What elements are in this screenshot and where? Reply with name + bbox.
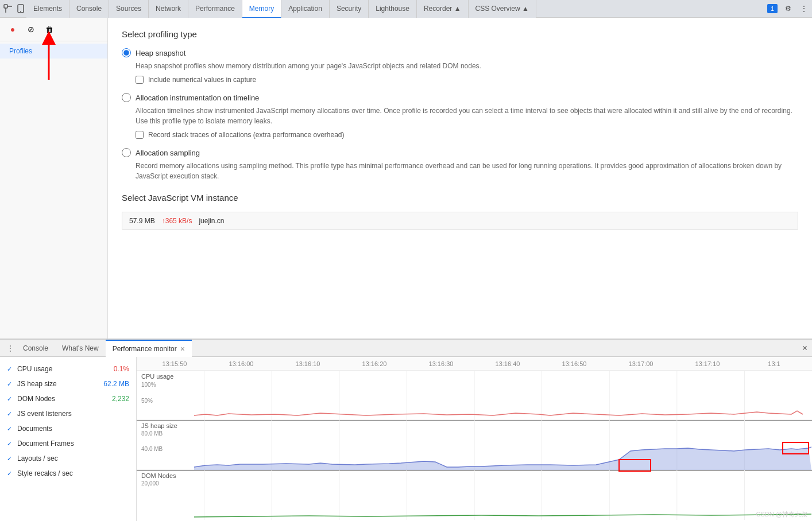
timeline-label: 13:16:50 [541, 360, 608, 367]
heap-snapshot-radio[interactable] [122, 48, 131, 57]
metric-item-0[interactable]: ✓CPU usage0.1% [0, 361, 136, 376]
include-numerical-text: Include numerical values in capture [148, 76, 256, 84]
mobile-icon[interactable] [15, 3, 26, 14]
allocation-timeline-label: Allocation instrumentation on timeline [136, 94, 259, 102]
metric-check-6: ✓ [7, 455, 14, 462]
metric-name-5: Document Frames [17, 440, 129, 448]
metric-name-4: Documents [17, 425, 129, 433]
svg-marker-27 [194, 448, 811, 470]
metric-item-2[interactable]: ✓DOM Nodes2,232 [0, 391, 136, 406]
perf-monitor: ✓CPU usage0.1%✓JS heap size62.2 MB✓DOM N… [0, 357, 812, 521]
svg-text:JS heap size: JS heap size [141, 422, 177, 429]
timeline-label: 13:16:40 [474, 360, 541, 367]
svg-text:50%: 50% [141, 398, 153, 404]
allocation-sampling-radio[interactable] [122, 148, 131, 157]
tab-sources[interactable]: Sources [109, 0, 149, 18]
include-numerical-label[interactable]: Include numerical values in capture [136, 76, 798, 84]
settings-icon[interactable]: ⚙ [782, 3, 794, 14]
tab-recorder-▲[interactable]: Recorder ▲ [417, 0, 469, 18]
metric-check-5: ✓ [7, 440, 14, 448]
allocation-timeline-radio[interactable] [122, 93, 131, 102]
vm-table: 57.9 MB ↑365 kB/s juejin.cn [122, 212, 798, 230]
metric-check-1: ✓ [7, 380, 14, 388]
timeline-label: 13:17:10 [674, 360, 741, 367]
svg-text:20,000: 20,000 [141, 480, 159, 487]
tab-security[interactable]: Security [330, 0, 369, 18]
tab-css-overview-▲[interactable]: CSS Overview ▲ [469, 0, 536, 18]
tab-performance[interactable]: Performance [188, 0, 242, 18]
timeline-label: 13:16:10 [274, 360, 341, 367]
metric-item-6[interactable]: ✓Layouts / sec [0, 451, 136, 466]
vm-size: 57.9 MB [129, 217, 155, 225]
timeline-label: 13:16:30 [408, 360, 474, 367]
heap-snapshot-option: Heap snapshot Heap snapshot profiles sho… [122, 48, 798, 84]
inspect-icon[interactable] [2, 3, 14, 14]
performance-monitor-tab[interactable]: Performance monitor × [106, 340, 192, 357]
metric-check-0: ✓ [7, 366, 14, 373]
more-icon[interactable]: ⋮ [798, 3, 810, 14]
svg-text:CPU usage: CPU usage [141, 373, 173, 380]
tab-elements[interactable]: Elements [26, 0, 69, 18]
metric-item-7[interactable]: ✓Style recalcs / sec [0, 466, 136, 481]
record-stack-checkbox[interactable] [136, 131, 144, 139]
bottom-tab-bar: ⋮ Console What's New Performance monitor… [0, 340, 812, 357]
tab-list: ElementsConsoleSourcesNetworkPerformance… [26, 0, 536, 18]
vm-name: juejin.cn [199, 217, 224, 225]
allocation-sampling-label: Allocation sampling [136, 149, 200, 157]
metric-name-6: Layouts / sec [17, 454, 129, 462]
allocation-timeline-option: Allocation instrumentation on timeline A… [122, 93, 798, 139]
allocation-timeline-radio-label[interactable]: Allocation instrumentation on timeline [122, 93, 798, 102]
timeline-label: 13:15:50 [141, 360, 208, 367]
bottom-panel: ⋮ Console What's New Performance monitor… [0, 339, 812, 521]
timeline-label: 13:1 [741, 360, 807, 367]
metric-item-5[interactable]: ✓Document Frames [0, 436, 136, 451]
heap-snapshot-desc: Heap snapshot profiles show memory distr… [136, 61, 798, 71]
vm-section-title: Select JavaScript VM instance [122, 193, 798, 203]
whats-new-tab-label: What's New [62, 344, 99, 352]
metric-value-1: 62.2 MB [103, 380, 129, 388]
allocation-timeline-desc: Allocation timelines show instrumented J… [136, 106, 798, 126]
heap-snapshot-radio-label[interactable]: Heap snapshot [122, 48, 798, 57]
svg-text:DOM Nodes: DOM Nodes [141, 472, 176, 479]
record-stack-text: Record stack traces of allocations (extr… [148, 131, 345, 139]
metric-value-0: 0.1% [114, 365, 129, 373]
tab-console[interactable]: Console [69, 0, 109, 18]
svg-text:100%: 100% [141, 382, 156, 388]
performance-monitor-tab-label: Performance monitor [113, 345, 177, 353]
watermark: CSDN @神奇大叔 [756, 510, 807, 519]
profiling-section-title: Select profiling type [122, 29, 798, 39]
metric-check-7: ✓ [7, 470, 14, 477]
metric-name-7: Style recalcs / sec [17, 469, 129, 477]
include-numerical-checkbox[interactable] [136, 76, 144, 84]
metric-check-4: ✓ [7, 425, 14, 433]
close-tab-icon[interactable]: × [180, 344, 185, 353]
tab-lighthouse[interactable]: Lighthouse [369, 0, 417, 18]
heap-snapshot-label: Heap snapshot [136, 49, 185, 57]
tab-bar: ElementsConsoleSourcesNetworkPerformance… [0, 0, 812, 18]
record-button[interactable]: ● [6, 22, 20, 36]
svg-text:40.0 MB: 40.0 MB [141, 446, 163, 452]
badge-button[interactable]: 1 [767, 4, 778, 13]
console-tab[interactable]: Console [16, 340, 55, 357]
allocation-sampling-radio-label[interactable]: Allocation sampling [122, 148, 798, 157]
console-tab-label: Console [23, 344, 48, 352]
tab-application[interactable]: Application [281, 0, 330, 18]
allocation-sampling-option: Allocation sampling Record memory alloca… [122, 148, 798, 181]
main-layout: ● ⊘ 🗑 Profiles Select profiling type H [0, 18, 812, 339]
vm-row[interactable]: 57.9 MB ↑365 kB/s juejin.cn [122, 212, 798, 230]
metrics-panel: ✓CPU usage0.1%✓JS heap size62.2 MB✓DOM N… [0, 357, 137, 521]
tab-network[interactable]: Network [149, 0, 188, 18]
metric-item-1[interactable]: ✓JS heap size62.2 MB [0, 376, 136, 391]
record-stack-label[interactable]: Record stack traces of allocations (extr… [136, 131, 798, 139]
metric-item-4[interactable]: ✓Documents [0, 421, 136, 436]
close-bottom-panel-icon[interactable]: × [802, 343, 807, 353]
charts-svg: CPU usage 100% 50% JS heap size 80.0 MB … [137, 371, 812, 520]
bottom-tab-menu-icon[interactable]: ⋮ [5, 343, 16, 354]
tab-memory[interactable]: Memory [242, 0, 281, 18]
metric-item-3[interactable]: ✓JS event listeners [0, 406, 136, 421]
metric-check-3: ✓ [7, 410, 14, 418]
tab-bar-right: 1 ⚙ ⋮ [767, 3, 810, 14]
metric-value-2: 2,232 [112, 395, 129, 403]
allocation-sampling-desc: Record memory allocations using sampling… [136, 161, 798, 181]
whats-new-tab[interactable]: What's New [55, 340, 106, 357]
